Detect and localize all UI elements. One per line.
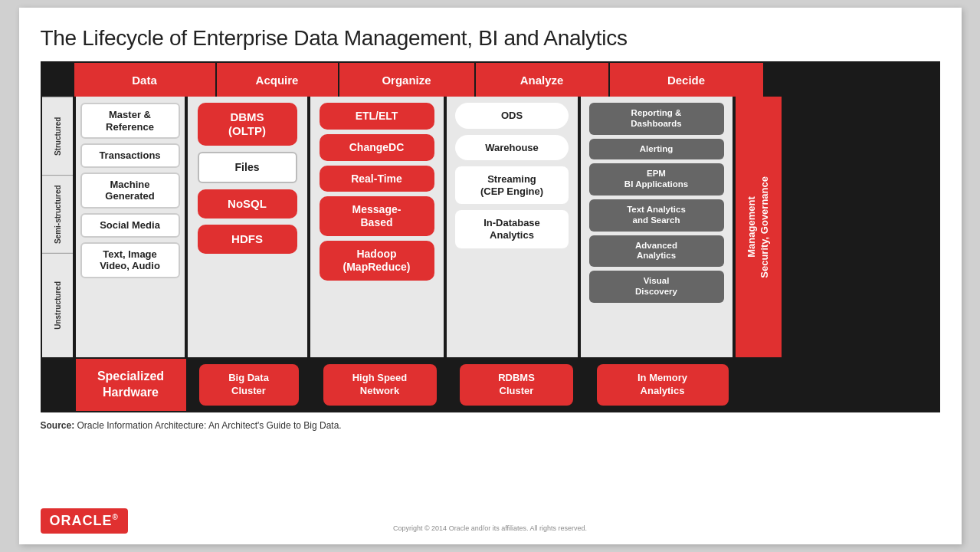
data-item-social: Social Media bbox=[80, 213, 180, 238]
header-data: Data bbox=[74, 63, 217, 97]
analyze-column: ODS Warehouse Streaming(CEP Engine) In-D… bbox=[447, 97, 579, 357]
header-organize: Organize bbox=[339, 63, 476, 97]
organize-realtime: Real-Time bbox=[320, 166, 434, 192]
header-row: Data Acquire Organize Analyze Decide bbox=[42, 63, 939, 97]
data-item-machine: MachineGenerated bbox=[80, 172, 180, 209]
mgmt-column: ManagementSecurity, Governance bbox=[736, 97, 782, 357]
mgmt-label: ManagementSecurity, Governance bbox=[746, 176, 772, 278]
decide-text-analytics: Text Analyticsand Search bbox=[589, 199, 724, 232]
organize-message: Message-Based bbox=[320, 196, 434, 236]
bottom-decide-wrap: In MemoryAnalytics bbox=[585, 359, 740, 411]
decide-alerting: Alerting bbox=[589, 139, 724, 160]
data-item-text: Text, ImageVideo, Audio bbox=[80, 242, 180, 278]
decide-visual: VisualDiscovery bbox=[589, 271, 724, 303]
content-row: Structured Semi-structured Unstructured … bbox=[42, 97, 939, 357]
acquire-hdfs: HDFS bbox=[198, 225, 297, 254]
organize-column: ETL/ELT ChangeDC Real-Time Message-Based… bbox=[310, 97, 445, 357]
data-column: Master &Reference Transactions MachineGe… bbox=[76, 97, 186, 357]
slide: The Lifecycle of Enterprise Data Managem… bbox=[19, 8, 962, 544]
diagram: Data Acquire Organize Analyze Decide Str… bbox=[41, 61, 940, 412]
data-item-master: Master &Reference bbox=[80, 103, 180, 139]
analyze-ods: ODS bbox=[455, 103, 569, 129]
label-semi: Semi-structured bbox=[42, 175, 73, 253]
header-analyze: Analyze bbox=[476, 63, 610, 97]
bottom-highspeed: High SpeedNetwork bbox=[323, 364, 437, 406]
bottom-rdbms: RDBMSCluster bbox=[460, 364, 573, 406]
header-mgmt bbox=[765, 63, 812, 97]
bottom-acquire-wrap: Big DataCluster bbox=[188, 359, 310, 411]
acquire-nosql: NoSQL bbox=[198, 189, 297, 219]
organize-changedc: ChangeDC bbox=[320, 134, 434, 161]
decide-column: Reporting &Dashboards Alerting EPMBI App… bbox=[581, 97, 734, 357]
source-line: Source: Oracle Information Architecture:… bbox=[41, 420, 940, 431]
label-unstructured: Unstructured bbox=[42, 253, 73, 357]
organize-hadoop: Hadoop(MapReduce) bbox=[320, 241, 434, 281]
side-labels: Structured Semi-structured Unstructured bbox=[42, 97, 74, 357]
header-acquire: Acquire bbox=[217, 63, 339, 97]
copyright: Copyright © 2014 Oracle and/or its affil… bbox=[19, 524, 962, 532]
header-decide: Decide bbox=[610, 63, 765, 97]
decide-reporting: Reporting &Dashboards bbox=[589, 103, 724, 135]
source-label: Source: bbox=[41, 420, 75, 431]
analyze-warehouse: Warehouse bbox=[455, 135, 569, 161]
acquire-dbms: DBMS(OLTP) bbox=[198, 103, 297, 146]
bottom-row: SpecializedHardware Big DataCluster High… bbox=[42, 359, 939, 411]
bottom-mgmt bbox=[742, 359, 788, 411]
decide-epm: EPMBI Applications bbox=[589, 163, 724, 196]
label-structured: Structured bbox=[42, 97, 73, 175]
bottom-organize-wrap: High SpeedNetwork bbox=[312, 359, 448, 411]
bottom-inmemory: In MemoryAnalytics bbox=[597, 364, 729, 406]
data-item-transactions: Transactions bbox=[80, 143, 180, 168]
analyze-streaming: Streaming(CEP Engine) bbox=[455, 166, 569, 204]
decide-advanced: AdvancedAnalytics bbox=[589, 235, 724, 268]
source-text: Oracle Information Architecture: An Arch… bbox=[77, 420, 342, 431]
bottom-analyze-wrap: RDBMSCluster bbox=[450, 359, 584, 411]
bottom-hardware: SpecializedHardware bbox=[76, 359, 186, 411]
acquire-column: DBMS(OLTP) Files NoSQL HDFS bbox=[188, 97, 309, 357]
acquire-files: Files bbox=[198, 152, 297, 183]
page-title: The Lifecycle of Enterprise Data Managem… bbox=[41, 26, 940, 51]
analyze-indatabase: In-DatabaseAnalytics bbox=[455, 210, 569, 248]
bottom-bigdata: Big DataCluster bbox=[199, 364, 299, 406]
organize-etl: ETL/ELT bbox=[320, 103, 434, 130]
